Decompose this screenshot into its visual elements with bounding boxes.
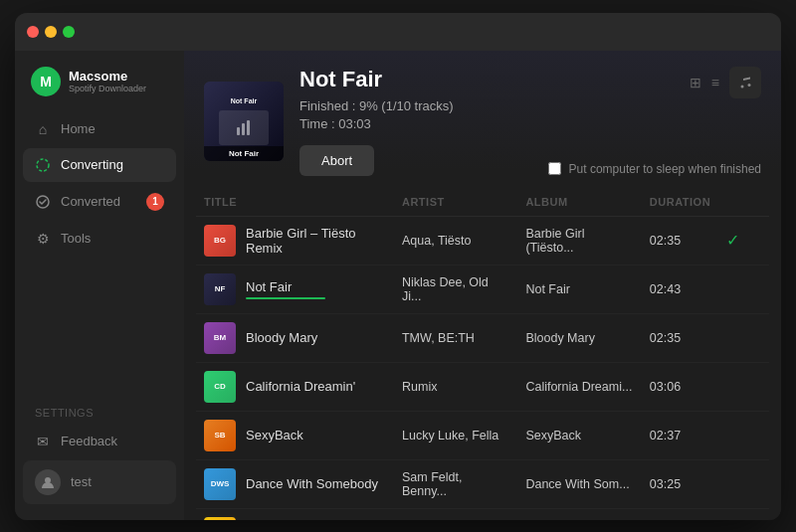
music-icon-button[interactable] <box>729 67 761 98</box>
track-artist: Rumix <box>394 362 517 411</box>
title-bar <box>15 13 781 51</box>
table-row[interactable]: CD California Dreamin' Rumix California … <box>196 362 769 411</box>
logo-icon: M <box>31 67 61 96</box>
col-header-duration: DURATION <box>642 190 718 217</box>
track-status <box>718 411 769 459</box>
track-status <box>718 508 769 520</box>
home-icon: ⌂ <box>35 121 51 137</box>
col-header-title: TITLE <box>196 190 394 217</box>
sidebar-item-label: Tools <box>61 231 91 246</box>
table-row[interactable]: BG Barbie Girl – Tiësto Remix Aqua, Tiës… <box>196 216 769 265</box>
track-status <box>718 459 769 508</box>
sidebar-item-label: Home <box>61 121 96 136</box>
table-row[interactable]: BM Bloody Mary TMW, BE:TH Bloody Mary 02… <box>196 313 769 362</box>
track-album: Walking on Sunsh... <box>517 508 641 520</box>
table-row[interactable]: SB SexyBack Lucky Luke, Fella SexyBack 0… <box>196 411 769 459</box>
maximize-button[interactable] <box>63 26 75 38</box>
col-header-album: ALBUM <box>517 190 641 217</box>
grid-icon[interactable]: ⊞ <box>690 75 701 90</box>
sleep-checkbox[interactable]: Put computer to sleep when finished <box>548 162 761 176</box>
col-header-status <box>718 190 769 217</box>
track-name: Dance With Somebody <box>246 476 378 491</box>
traffic-lights <box>27 26 75 38</box>
track-artist: Aqua, Tiësto <box>394 216 517 265</box>
title-cell: BG Barbie Girl – Tiësto Remix <box>204 225 386 257</box>
logo-subtitle: Spotify Downloader <box>69 84 146 93</box>
track-artist: Lucky Luke, Fella <box>394 411 517 459</box>
track-duration: 02:42 <box>642 508 718 520</box>
svg-point-0 <box>37 159 49 171</box>
track-album: Dance With Som... <box>517 459 641 508</box>
track-duration: 02:35 <box>642 313 718 362</box>
track-name: SexyBack <box>246 428 303 443</box>
track-thumb: WOS <box>204 517 236 520</box>
track-duration: 02:37 <box>642 411 718 459</box>
track-artist: CARSTN, Katrina ... <box>394 508 517 520</box>
track-table-container[interactable]: TITLE ARTIST ALBUM DURATION BG Barbie Gi… <box>184 190 781 520</box>
track-duration: 03:06 <box>642 362 718 411</box>
track-status <box>718 362 769 411</box>
sidebar-item-converting[interactable]: Converting <box>23 148 176 182</box>
sidebar-nav: ⌂ Home Converting <box>15 112 184 395</box>
track-name: California Dreamin' <box>246 379 355 394</box>
svg-rect-3 <box>237 127 240 135</box>
list-icon[interactable]: ≡ <box>711 75 719 90</box>
table-row[interactable]: WOS Walking on Sunshine CARSTN, Katrina … <box>196 508 769 520</box>
user-label: test <box>71 474 92 489</box>
track-thumb: BM <box>204 322 236 354</box>
track-table: TITLE ARTIST ALBUM DURATION BG Barbie Gi… <box>196 190 769 520</box>
title-cell: DWS Dance With Somebody <box>204 468 386 500</box>
sidebar-item-feedback[interactable]: ✉ Feedback <box>23 425 176 458</box>
sidebar-bottom: Settings ✉ Feedback test <box>15 395 184 512</box>
abort-button[interactable]: Abort <box>299 145 374 176</box>
main-layout: M Macsome Spotify Downloader ⌂ Home <box>15 51 781 520</box>
title-cell: CD California Dreamin' <box>204 371 386 403</box>
track-thumb: NF <box>204 273 236 305</box>
converted-badge: 1 <box>146 193 164 211</box>
converted-icon <box>35 194 51 210</box>
title-cell: NF Not Fair <box>204 273 386 305</box>
minimize-button[interactable] <box>45 26 57 38</box>
sleep-label: Put computer to sleep when finished <box>569 162 761 176</box>
track-finished: Finished : 9% (1/10 tracks) <box>299 98 761 113</box>
app-window: M Macsome Spotify Downloader ⌂ Home <box>15 13 781 520</box>
track-album: Bloody Mary <box>517 313 641 362</box>
track-status: ✓ <box>718 216 769 265</box>
user-avatar <box>35 469 61 495</box>
track-status <box>718 265 769 313</box>
sidebar-item-tools[interactable]: ⚙ Tools <box>23 222 176 256</box>
title-cell: SB SexyBack <box>204 420 386 451</box>
close-button[interactable] <box>27 26 39 38</box>
logo-title: Macsome <box>69 69 146 84</box>
table-row[interactable]: DWS Dance With Somebody Sam Feldt, Benny… <box>196 459 769 508</box>
track-duration: 02:35 <box>642 216 718 265</box>
track-name: Not Fair <box>246 279 325 294</box>
track-artist: Niklas Dee, Old Ji... <box>394 265 517 313</box>
track-album: SexyBack <box>517 411 641 459</box>
svg-rect-4 <box>242 123 245 135</box>
sidebar-item-home[interactable]: ⌂ Home <box>23 112 176 146</box>
svg-point-7 <box>748 84 751 87</box>
table-row[interactable]: NF Not Fair Niklas Dee, Old Ji... Not Fa… <box>196 265 769 313</box>
track-album: Not Fair <box>517 265 641 313</box>
sidebar-logo: M Macsome Spotify Downloader <box>15 59 184 112</box>
user-item[interactable]: test <box>23 460 176 504</box>
header-controls: ⊞ ≡ <box>690 67 761 98</box>
track-time: Time : 03:03 <box>299 116 761 131</box>
track-duration: 02:43 <box>642 265 718 313</box>
tools-icon: ⚙ <box>35 231 51 247</box>
track-status <box>718 313 769 362</box>
feedback-label: Feedback <box>61 434 117 448</box>
done-checkmark: ✓ <box>726 232 739 249</box>
sidebar-item-label: Converted <box>61 194 120 209</box>
sidebar: M Macsome Spotify Downloader ⌂ Home <box>15 51 184 520</box>
svg-point-6 <box>741 85 744 88</box>
title-cell: WOS Walking on Sunshine <box>204 517 386 520</box>
sidebar-item-label: Converting <box>61 157 123 172</box>
title-cell: BM Bloody Mary <box>204 322 386 354</box>
sidebar-item-converted[interactable]: Converted 1 <box>23 184 176 220</box>
track-thumb: CD <box>204 371 236 403</box>
sleep-checkbox-input[interactable] <box>548 162 561 175</box>
converting-icon <box>35 157 51 173</box>
track-album: California Dreami... <box>517 362 641 411</box>
